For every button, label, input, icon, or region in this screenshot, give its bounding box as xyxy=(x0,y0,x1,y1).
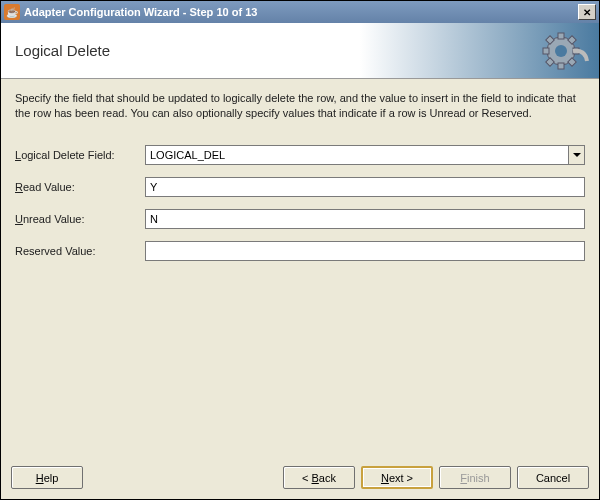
next-button[interactable]: Next > xyxy=(361,466,433,489)
svg-point-1 xyxy=(555,45,567,57)
instruction-text: Specify the field that should be updated… xyxy=(15,91,585,121)
reserved-value-label: Reserved Value: xyxy=(15,245,145,257)
cancel-button[interactable]: Cancel xyxy=(517,466,589,489)
wizard-body: Specify the field that should be updated… xyxy=(1,79,599,458)
gear-icon xyxy=(529,29,589,73)
unread-value-label: Unread Value: xyxy=(15,213,145,225)
unread-value-row: Unread Value: xyxy=(15,209,585,229)
logical-delete-field-combo[interactable] xyxy=(145,145,585,165)
read-value-label: Read Value: xyxy=(15,181,145,193)
read-value-input[interactable] xyxy=(145,177,585,197)
finish-button: Finish xyxy=(439,466,511,489)
read-value-row: Read Value: xyxy=(15,177,585,197)
logical-delete-field-row: Logical Delete Field: xyxy=(15,145,585,165)
logical-delete-field-input[interactable] xyxy=(145,145,568,165)
chevron-down-icon[interactable] xyxy=(568,145,585,165)
window-title: Adapter Configuration Wizard - Step 10 o… xyxy=(24,6,578,18)
wizard-header: Logical Delete xyxy=(1,23,599,79)
app-icon: ☕ xyxy=(4,4,20,20)
svg-rect-4 xyxy=(543,48,549,54)
reserved-value-input[interactable] xyxy=(145,241,585,261)
logical-delete-field-label: Logical Delete Field: xyxy=(15,149,145,161)
help-button[interactable]: Help xyxy=(11,466,83,489)
page-title: Logical Delete xyxy=(15,42,110,59)
titlebar: ☕ Adapter Configuration Wizard - Step 10… xyxy=(1,1,599,23)
svg-rect-3 xyxy=(558,63,564,69)
reserved-value-row: Reserved Value: xyxy=(15,241,585,261)
wizard-footer: Help < Back Next > Finish Cancel xyxy=(1,458,599,499)
unread-value-input[interactable] xyxy=(145,209,585,229)
close-icon[interactable]: ✕ xyxy=(578,4,596,20)
back-button[interactable]: < Back xyxy=(283,466,355,489)
wizard-window: ☕ Adapter Configuration Wizard - Step 10… xyxy=(0,0,600,500)
svg-rect-2 xyxy=(558,33,564,39)
